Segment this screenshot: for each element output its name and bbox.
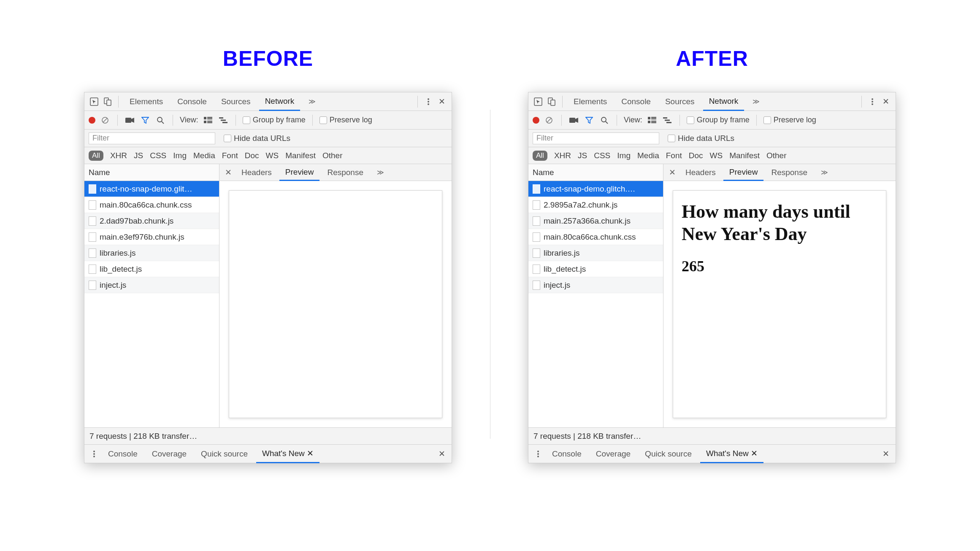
request-row[interactable]: libraries.js (84, 245, 219, 261)
drawer-tab-console[interactable]: Console (102, 445, 143, 463)
column-name[interactable]: Name (528, 164, 663, 181)
request-row[interactable]: react-no-snap-demo.glit… (84, 181, 219, 197)
type-media[interactable]: Media (637, 151, 659, 160)
filter-input[interactable]: Filter (533, 132, 659, 144)
close-drawer-icon[interactable]: ✕ (880, 448, 891, 459)
type-font[interactable]: Font (666, 151, 682, 160)
record-icon[interactable] (89, 117, 95, 124)
hide-data-urls-checkbox[interactable]: Hide data URLs (668, 134, 734, 143)
large-rows-icon[interactable] (203, 115, 214, 126)
kebab-menu-icon[interactable] (89, 448, 100, 459)
request-row[interactable]: inject.js (528, 277, 663, 293)
kebab-menu-icon[interactable] (423, 96, 434, 107)
type-img[interactable]: Img (173, 151, 187, 160)
type-img[interactable]: Img (617, 151, 631, 160)
type-manifest[interactable]: Manifest (285, 151, 316, 160)
preserve-log-checkbox[interactable]: Preserve log (763, 116, 816, 124)
kebab-menu-icon[interactable] (533, 448, 544, 459)
type-all[interactable]: All (533, 151, 547, 161)
drawer-tab-quick-source[interactable]: Quick source (639, 445, 698, 463)
request-row[interactable]: react-snap-demo.glitch.… (528, 181, 663, 197)
more-tabs-icon[interactable]: ≫ (303, 92, 321, 111)
request-row[interactable]: main.e3ef976b.chunk.js (84, 229, 219, 245)
close-devtools-icon[interactable]: ✕ (436, 96, 447, 107)
type-js[interactable]: JS (578, 151, 587, 160)
request-row[interactable]: main.80ca66ca.chunk.css (528, 229, 663, 245)
more-detail-tabs-icon[interactable]: ≫ (371, 164, 389, 181)
type-media[interactable]: Media (193, 151, 215, 160)
group-by-frame-checkbox[interactable]: Group by frame (687, 116, 750, 124)
close-devtools-icon[interactable]: ✕ (880, 96, 891, 107)
filter-icon[interactable] (140, 115, 151, 126)
detail-tab-response[interactable]: Response (321, 164, 369, 181)
group-by-frame-checkbox[interactable]: Group by frame (243, 116, 306, 124)
clear-icon[interactable] (544, 115, 555, 126)
tab-console[interactable]: Console (615, 92, 657, 111)
type-manifest[interactable]: Manifest (729, 151, 760, 160)
type-other[interactable]: Other (322, 151, 343, 160)
tab-sources[interactable]: Sources (659, 92, 701, 111)
large-rows-icon[interactable] (647, 115, 658, 126)
close-detail-icon[interactable]: ✕ (223, 167, 234, 177)
request-row[interactable]: inject.js (84, 277, 219, 293)
request-row[interactable]: main.80ca66ca.chunk.css (84, 197, 219, 213)
filter-icon[interactable] (584, 115, 595, 126)
tab-elements[interactable]: Elements (124, 92, 169, 111)
drawer-tab-coverage[interactable]: Coverage (590, 445, 636, 463)
drawer-tab-console[interactable]: Console (546, 445, 587, 463)
tab-network[interactable]: Network (259, 93, 300, 111)
type-doc[interactable]: Doc (689, 151, 703, 160)
more-detail-tabs-icon[interactable]: ≫ (815, 164, 833, 181)
detail-tab-preview[interactable]: Preview (723, 165, 764, 181)
waterfall-icon[interactable] (662, 115, 673, 126)
inspect-icon[interactable] (89, 96, 100, 107)
search-icon[interactable] (155, 115, 166, 126)
request-row[interactable]: libraries.js (528, 245, 663, 261)
detail-tab-preview[interactable]: Preview (279, 165, 320, 181)
type-css[interactable]: CSS (150, 151, 166, 160)
request-row[interactable]: lib_detect.js (528, 261, 663, 277)
type-doc[interactable]: Doc (245, 151, 259, 160)
type-other[interactable]: Other (766, 151, 787, 160)
drawer-tab-whats-new[interactable]: What's New ✕ (700, 445, 763, 463)
close-drawer-icon[interactable]: ✕ (436, 448, 447, 459)
preserve-log-checkbox[interactable]: Preserve log (319, 116, 372, 124)
kebab-menu-icon[interactable] (867, 96, 878, 107)
tab-close-icon[interactable]: ✕ (751, 448, 758, 458)
type-font[interactable]: Font (222, 151, 238, 160)
request-row[interactable]: main.257a366a.chunk.js (528, 213, 663, 229)
type-ws[interactable]: WS (710, 151, 723, 160)
type-css[interactable]: CSS (594, 151, 610, 160)
device-toolbar-icon[interactable] (102, 96, 113, 107)
type-ws[interactable]: WS (266, 151, 279, 160)
type-xhr[interactable]: XHR (110, 151, 127, 160)
request-row[interactable]: 2.9895a7a2.chunk.js (528, 197, 663, 213)
type-all[interactable]: All (89, 151, 103, 161)
tab-elements[interactable]: Elements (568, 92, 613, 111)
device-toolbar-icon[interactable] (546, 96, 557, 107)
camera-icon[interactable] (125, 115, 135, 126)
search-icon[interactable] (599, 115, 610, 126)
tab-sources[interactable]: Sources (215, 92, 257, 111)
inspect-icon[interactable] (533, 96, 544, 107)
record-icon[interactable] (533, 117, 539, 124)
drawer-tab-coverage[interactable]: Coverage (146, 445, 192, 463)
close-detail-icon[interactable]: ✕ (667, 167, 678, 177)
more-tabs-icon[interactable]: ≫ (747, 92, 765, 111)
column-name[interactable]: Name (84, 164, 219, 181)
filter-input[interactable]: Filter (89, 132, 215, 144)
tab-close-icon[interactable]: ✕ (307, 448, 314, 458)
type-xhr[interactable]: XHR (554, 151, 571, 160)
clear-icon[interactable] (100, 115, 111, 126)
drawer-tab-quick-source[interactable]: Quick source (195, 445, 254, 463)
type-js[interactable]: JS (134, 151, 143, 160)
request-row[interactable]: 2.dad97bab.chunk.js (84, 213, 219, 229)
tab-network[interactable]: Network (703, 93, 744, 111)
waterfall-icon[interactable] (218, 115, 229, 126)
hide-data-urls-checkbox[interactable]: Hide data URLs (224, 134, 290, 143)
detail-tab-headers[interactable]: Headers (236, 164, 278, 181)
tab-console[interactable]: Console (171, 92, 213, 111)
detail-tab-headers[interactable]: Headers (680, 164, 722, 181)
detail-tab-response[interactable]: Response (765, 164, 813, 181)
camera-icon[interactable] (569, 115, 579, 126)
